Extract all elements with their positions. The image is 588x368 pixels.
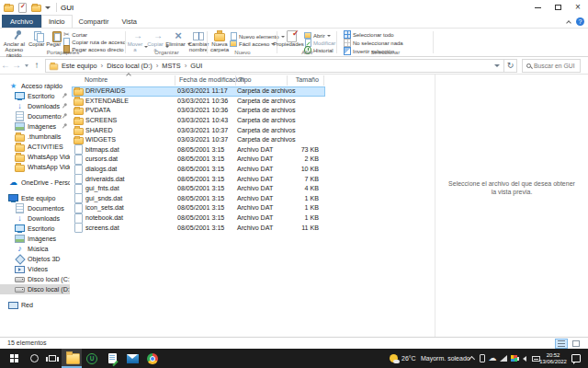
table-row[interactable]: WIDGETS 03/03/2021 10:37 Carpeta de arch… [72,135,325,145]
sidebar-item-whatsapp-video[interactable]: WhatsApp Video [0,152,70,162]
sidebar-item-v-deos[interactable]: Vídeos [0,264,70,274]
search-input[interactable]: Buscar en GUI [522,59,581,73]
select-none-button[interactable]: No seleccionar nada [344,40,403,46]
sidebar-item-label: Documentos [28,113,62,121]
sidebar-item-acceso-r-pido[interactable]: Acceso rápido [0,81,70,91]
table-row[interactable]: screens.dat 08/05/2001 3:15 Archivo DAT … [72,223,325,233]
sidebar-item-disco-local-d-[interactable]: Disco local (D:) [0,284,70,294]
tab-view[interactable]: Vista [115,15,143,28]
sidebar-item-este-equipo[interactable]: Este equipo [0,193,70,203]
column-header-size[interactable]: Tamaño [289,76,319,84]
weather-desc[interactable]: Mayorm. soleado [421,349,470,368]
network-signal-icon [500,355,507,362]
qat-dropdown-icon[interactable] [45,6,51,9]
taskbar-document-editor[interactable] [102,349,122,368]
sidebar-item-downloads[interactable]: Downloads [0,101,70,111]
sidebar-item-m-sica[interactable]: Música [0,244,70,254]
column-header-name[interactable]: Nombre [85,76,107,84]
address-dropdown-icon[interactable] [494,64,500,67]
tab-home[interactable]: Inicio [41,15,73,28]
tray-network-button[interactable] [498,349,509,368]
table-row[interactable]: DRIVERAIDS 03/03/2021 11:17 Carpeta de a… [72,86,325,97]
taskbar-green-u-app[interactable] [82,349,102,368]
taskbar-chrome[interactable] [142,349,163,368]
details-view-button[interactable] [555,339,568,349]
cortana-button[interactable] [25,349,43,368]
sidebar-item-escritorio[interactable]: Escritorio [0,91,70,101]
sidebar-item-disco-local-c-[interactable]: Disco local (C:) [0,274,70,284]
table-row[interactable]: gui_fnts.dat 08/05/2001 3:15 Archivo DAT… [72,184,325,194]
up-button[interactable]: ↑ [31,61,42,70]
start-button[interactable] [3,349,25,368]
paste-button[interactable]: Pegar [45,29,62,47]
taskbar-file-explorer[interactable] [62,349,82,368]
table-row[interactable]: EXTENDABLE 03/03/2021 10:36 Carpeta de a… [72,97,325,107]
sidebar-item-label: Downloads [28,215,70,223]
taskbar-mail[interactable] [122,349,142,368]
sidebar-item-escritorio[interactable]: Escritorio [0,224,70,234]
tab-share[interactable]: Compartir [73,15,116,28]
sidebar-item--thumbnails[interactable]: .thumbnails [0,132,70,142]
copy-button[interactable]: Copiar [28,29,45,47]
thumbnails-view-button[interactable] [570,339,582,349]
edit-button[interactable]: Modificar [304,40,335,46]
weather-temp[interactable]: 26°C [401,349,416,368]
thumbnails-view-icon [572,340,580,347]
delete-button[interactable]: Eliminar [168,29,188,47]
open-button[interactable]: Abrir [304,32,335,39]
task-view-button[interactable] [43,349,62,368]
table-row[interactable]: icon_sets.dat 08/05/2001 3:15 Archivo DA… [72,203,325,213]
sidebar-item-im-genes[interactable]: Imágenes [0,234,70,244]
sidebar-item-whatsapp-video[interactable]: WhatsApp Video [0,162,70,172]
sidebar-item-onedrive-personal[interactable]: OneDrive - Personal [0,178,70,188]
breadcrumb-item[interactable]: Este equipo [59,62,100,70]
file-rows: DRIVERAIDS 03/03/2021 11:17 Carpeta de a… [72,86,325,233]
clock[interactable]: 20:52 13/06/2022 [541,349,565,368]
cut-button[interactable]: Cortar [62,31,126,38]
action-center-button[interactable] [568,349,584,368]
minimize-ribbon-icon[interactable] [566,20,571,26]
refresh-button[interactable]: ↻ [504,59,517,73]
table-row[interactable]: cursors.dat 08/05/2001 3:15 Archivo DAT … [72,155,325,165]
sidebar-item-activities[interactable]: ACTIVITIES [0,142,70,152]
file-modified-date: 08/05/2001 3:15 [177,176,237,183]
sidebar-item-downloads[interactable]: Downloads [0,213,70,224]
file-icon [74,223,84,233]
tab-file[interactable]: Archivo [2,15,41,28]
breadcrumb-item[interactable]: MSTS [159,62,183,70]
sidebar-item-documentos[interactable]: Documentos [0,111,70,121]
table-row[interactable]: SHARED 03/03/2021 10:37 Carpeta de archi… [72,125,325,135]
properties-icon[interactable] [17,3,28,13]
table-row[interactable]: PVDATA 03/03/2021 10:36 Carpeta de archi… [72,106,325,116]
sidebar-item-im-genes[interactable]: Imágenes [0,121,70,132]
tray-device-button[interactable] [477,349,487,368]
back-button[interactable]: ← [0,61,11,70]
maximize-button[interactable] [548,0,568,15]
table-row[interactable]: gui_snds.dat 08/05/2001 3:15 Archivo DAT… [72,194,325,204]
table-row[interactable]: dialogs.dat 08/05/2001 3:15 Archivo DAT … [72,165,325,175]
close-button[interactable]: × [568,0,588,15]
sidebar-item-documentos[interactable]: Documentos [0,203,70,213]
properties-button[interactable]: Propiedades [279,29,303,47]
recent-locations-icon[interactable] [25,64,28,67]
new-folder-icon[interactable] [31,3,41,13]
tray-volume-button[interactable] [519,349,530,368]
table-row[interactable]: SCREENS 03/03/2021 10:43 Carpeta de arch… [72,116,325,126]
tray-onedrive-button[interactable]: ☁ [487,349,498,368]
help-icon[interactable] [576,17,584,26]
table-row[interactable]: driveraids.dat 08/05/2001 3:15 Archivo D… [72,174,325,184]
sidebar-item-red[interactable]: Red [0,300,70,310]
forward-button[interactable]: → [11,61,22,70]
weather-widget[interactable] [387,349,400,368]
breadcrumb-item[interactable]: GUI [187,62,205,70]
minimize-button[interactable] [527,0,548,15]
address-box[interactable]: Este equipo › Disco local (D:) › MSTS › … [45,59,504,73]
select-all-button[interactable]: Seleccionar todo [344,31,403,38]
sidebar-item-objetos-3d[interactable]: Objetos 3D [0,254,70,264]
copy-path-button[interactable]: Copiar ruta de acceso [62,39,126,45]
table-row[interactable]: notebook.dat 08/05/2001 3:15 Archivo DAT… [72,213,325,224]
breadcrumb-item[interactable]: Disco local (D:) [104,62,154,70]
column-header-type[interactable]: Tipo [239,76,252,84]
table-row[interactable]: bitmaps.dat 08/05/2001 3:15 Archivo DAT … [72,145,325,155]
tray-expand-button[interactable] [467,349,476,368]
